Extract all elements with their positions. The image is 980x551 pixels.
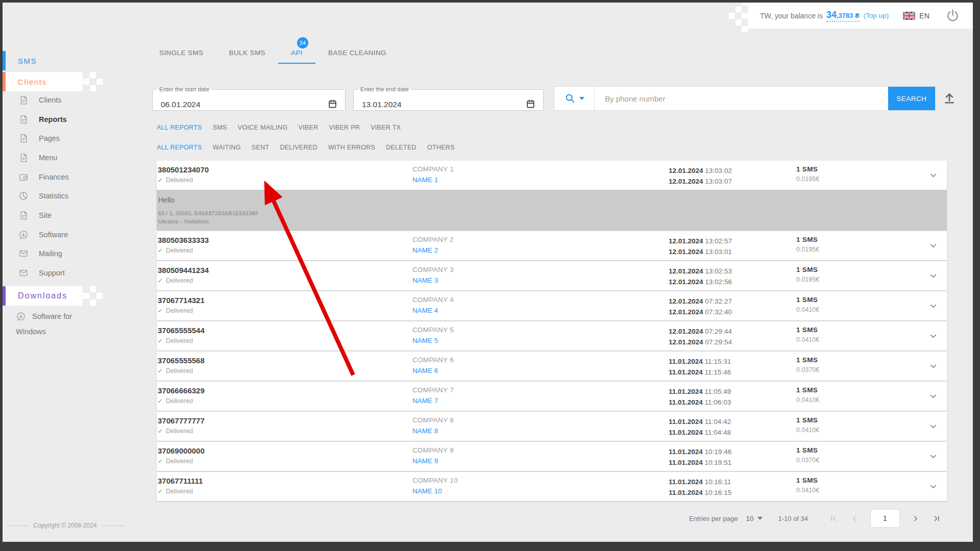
filter-viber[interactable]: VIBER: [298, 124, 318, 131]
sender-name-link[interactable]: NAME 8: [412, 427, 438, 435]
sender-name-link[interactable]: NAME 2: [412, 246, 438, 254]
filter-waiting[interactable]: WAITING: [213, 144, 241, 151]
end-date-field[interactable]: Enter the end date 13.01.2024: [353, 86, 544, 111]
sms-count: 1 SMS: [796, 386, 819, 394]
delivered-time: 07:32:40: [705, 308, 732, 316]
expand-chevron-icon[interactable]: [928, 170, 938, 180]
calendar-icon[interactable]: [328, 99, 337, 109]
table-row[interactable]: 37067711111 ✓ Delivered COMPANY 10 NAME …: [157, 472, 947, 501]
sidebar-clients-label: Clients: [18, 78, 46, 86]
expand-chevron-icon[interactable]: [928, 361, 938, 371]
next-page-button[interactable]: [911, 514, 920, 523]
sidebar-downloads-label: Downloads: [18, 291, 67, 300]
sender-name-link[interactable]: NAME 5: [412, 337, 438, 344]
entries-per-page-select[interactable]: 10: [746, 515, 763, 522]
sender-name-link[interactable]: NAME 6: [412, 367, 438, 374]
sidebar-item-site[interactable]: Site: [3, 206, 128, 225]
table-row[interactable]: 380503633333 ✓ Delivered COMPANY 2 NAME …: [157, 231, 947, 260]
filter-voice-mailing[interactable]: VOICE MAILING: [238, 124, 288, 131]
upload-icon[interactable]: [943, 91, 956, 105]
sidebar-section-clients[interactable]: Clients: [3, 72, 83, 91]
table-row[interactable]: 37065555568 ✓ Delivered COMPANY 6 NAME 6…: [157, 352, 947, 381]
table-row[interactable]: 37065555544 ✓ Delivered COMPANY 5 NAME 5…: [157, 321, 947, 350]
delivered-date: 11.01.2024: [669, 429, 703, 436]
status-label: Delivered: [166, 247, 193, 254]
sent-time: 13:02:53: [705, 267, 732, 275]
sidebar-item-mailing[interactable]: Mailing: [3, 244, 128, 264]
expand-chevron-icon[interactable]: [928, 241, 938, 251]
phone-number: 37067714321: [158, 296, 205, 305]
prev-page-button[interactable]: [850, 514, 859, 523]
table-row[interactable]: 37069000000 ✓ Delivered COMPANY 9 NAME 9…: [157, 442, 947, 471]
sidebar-item-support[interactable]: Support: [3, 263, 128, 283]
sms-cell: 1 SMS 0.0410€: [796, 326, 819, 343]
last-page-button[interactable]: [932, 514, 941, 523]
report-type-filters: ALL REPORTSSMSVOICE MAILINGVIBERVIBER PR…: [157, 124, 401, 131]
sidebar-item-pages[interactable]: Pages: [3, 129, 128, 148]
current-page-input[interactable]: 1: [870, 509, 900, 528]
phone-cell: 37067777777 ✓ Delivered: [158, 416, 205, 435]
sidebar-item-label: Mailing: [39, 249, 62, 258]
table-row[interactable]: 37067777777 ✓ Delivered COMPANY 8 NAME 8…: [157, 412, 947, 441]
expand-chevron-icon[interactable]: [928, 331, 938, 341]
sidebar-item-software-for-windows[interactable]: Software for Windows: [3, 309, 100, 339]
download-icon: [18, 230, 29, 240]
sender-name-link[interactable]: NAME 10: [412, 487, 442, 495]
sidebar-item-software[interactable]: Software: [3, 225, 128, 244]
sidebar-item-reports[interactable]: Reports: [3, 110, 128, 129]
expand-chevron-icon[interactable]: [928, 391, 938, 401]
filter-delivered[interactable]: DELIVERED: [280, 144, 317, 151]
filter-all-reports[interactable]: ALL REPORTS: [157, 144, 202, 151]
sidebar-item-finances[interactable]: Finances: [3, 167, 128, 187]
sms-count: 1 SMS: [796, 165, 819, 173]
phone-number: 37065555568: [158, 356, 205, 365]
filter-with-errors[interactable]: WITH ERRORS: [328, 144, 375, 151]
delivery-status: ✓ Delivered: [158, 397, 205, 405]
filter-sent[interactable]: SENT: [252, 144, 270, 151]
expand-chevron-icon[interactable]: [928, 421, 938, 431]
phone-number: 380503633333: [158, 236, 209, 244]
phone-cell: 37066666329 ✓ Delivered: [158, 386, 205, 405]
delivered-date: 12.01.2024: [669, 308, 703, 316]
filter-others[interactable]: OTHERS: [427, 144, 455, 151]
sidebar-item-statistics[interactable]: Statistics: [3, 186, 128, 206]
tab-base-cleaning[interactable]: BASE CLEANING: [315, 42, 399, 64]
filter-viber-pr[interactable]: VIBER PR: [329, 124, 360, 131]
sender-name-link[interactable]: NAME 9: [412, 457, 438, 465]
delivered-date: 12.01.2024: [669, 338, 703, 346]
sidebar: SMS Clients Clients Reports Pages Menu F…: [3, 3, 128, 542]
search-button[interactable]: SEARCH: [888, 87, 935, 110]
expand-chevron-icon[interactable]: [928, 271, 938, 281]
table-row[interactable]: 37066666329 ✓ Delivered COMPANY 7 NAME 7…: [157, 382, 947, 411]
sent-date: 11.01.2024: [669, 418, 703, 425]
table-row[interactable]: 37067714321 ✓ Delivered COMPANY 4 NAME 4…: [157, 291, 947, 320]
expand-chevron-icon[interactable]: [928, 301, 938, 311]
sidebar-item-menu[interactable]: Menu: [3, 148, 128, 167]
expand-chevron-icon[interactable]: [928, 482, 938, 491]
filter-deleted[interactable]: DELETED: [386, 144, 416, 151]
tab-api[interactable]: API 34: [278, 42, 315, 64]
sender-name-link[interactable]: NAME 1: [412, 176, 438, 184]
sidebar-item-clients[interactable]: Clients: [3, 90, 128, 110]
search-input[interactable]: [595, 87, 888, 110]
filter-viber-tx[interactable]: VIBER TX: [371, 124, 401, 131]
table-row[interactable]: 380509441234 ✓ Delivered COMPANY 3 NAME …: [157, 261, 947, 290]
phone-number: 37067777777: [158, 416, 205, 425]
sidebar-section-sms[interactable]: SMS: [3, 51, 128, 70]
calendar-icon[interactable]: [526, 99, 535, 109]
filter-sms[interactable]: SMS: [213, 124, 227, 131]
sender-name-link[interactable]: NAME 7: [412, 397, 438, 405]
search-icon: [565, 93, 576, 104]
expand-chevron-icon[interactable]: [928, 452, 938, 461]
company-cell: COMPANY 5 NAME 5: [412, 326, 454, 345]
filter-all-reports[interactable]: ALL REPORTS: [157, 124, 202, 131]
tab-single-sms[interactable]: SINGLE SMS: [146, 42, 216, 64]
sender-name-link[interactable]: NAME 3: [412, 277, 438, 284]
tab-bulk-sms[interactable]: BULK SMS: [216, 42, 278, 64]
search-type-dropdown[interactable]: [554, 87, 595, 110]
sidebar-section-downloads[interactable]: Downloads: [3, 286, 83, 306]
table-row[interactable]: 380501234070 ✓ Delivered COMPANY 1 NAME …: [157, 161, 947, 190]
first-page-button[interactable]: [829, 514, 838, 523]
start-date-field[interactable]: Enter the start date 06.01.2024: [152, 86, 346, 111]
sender-name-link[interactable]: NAME 4: [412, 307, 438, 314]
